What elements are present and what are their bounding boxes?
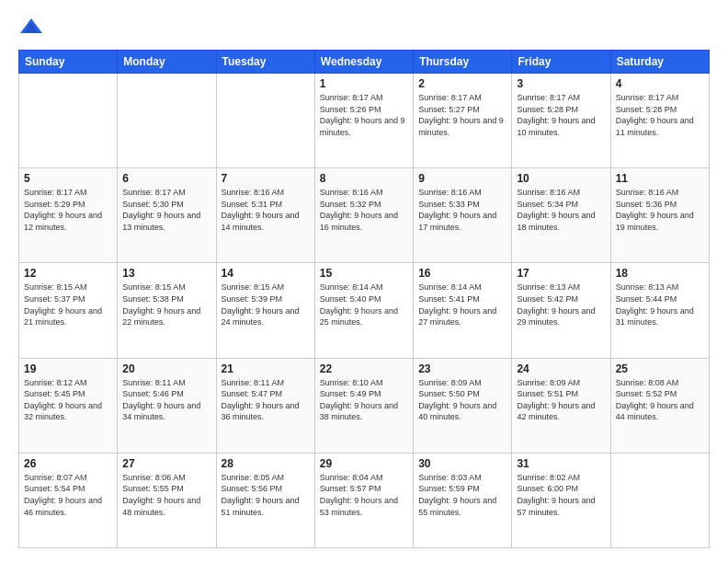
day-number: 7 bbox=[222, 172, 310, 185]
cell-info: Sunrise: 8:13 AM Sunset: 5:42 PM Dayligh… bbox=[517, 282, 605, 327]
calendar-week-1: 1Sunrise: 8:17 AM Sunset: 5:26 PM Daylig… bbox=[19, 74, 710, 168]
cell-info: Sunrise: 8:16 AM Sunset: 5:34 PM Dayligh… bbox=[517, 187, 605, 233]
day-number: 24 bbox=[517, 362, 605, 375]
logo-icon bbox=[18, 15, 44, 40]
day-number: 3 bbox=[517, 77, 605, 90]
cell-info: Sunrise: 8:06 AM Sunset: 5:55 PM Dayligh… bbox=[122, 472, 210, 518]
weekday-header-sunday: Sunday bbox=[19, 51, 118, 74]
day-number: 9 bbox=[418, 172, 506, 185]
calendar-cell: 27Sunrise: 8:06 AM Sunset: 5:55 PM Dayli… bbox=[118, 453, 216, 547]
weekday-header-monday: Monday bbox=[118, 51, 216, 74]
day-number: 15 bbox=[320, 267, 408, 280]
weekday-header-thursday: Thursday bbox=[414, 51, 512, 74]
day-number: 21 bbox=[222, 362, 310, 375]
calendar-cell: 24Sunrise: 8:09 AM Sunset: 5:51 PM Dayli… bbox=[512, 358, 610, 453]
cell-info: Sunrise: 8:17 AM Sunset: 5:30 PM Dayligh… bbox=[122, 187, 210, 233]
day-number: 22 bbox=[320, 362, 408, 375]
cell-info: Sunrise: 8:17 AM Sunset: 5:28 PM Dayligh… bbox=[517, 92, 605, 138]
day-number: 1 bbox=[320, 77, 408, 90]
cell-info: Sunrise: 8:04 AM Sunset: 5:57 PM Dayligh… bbox=[320, 472, 408, 518]
cell-info: Sunrise: 8:05 AM Sunset: 5:56 PM Dayligh… bbox=[222, 472, 310, 518]
cell-info: Sunrise: 8:11 AM Sunset: 5:46 PM Dayligh… bbox=[122, 377, 210, 423]
calendar-cell: 9Sunrise: 8:16 AM Sunset: 5:33 PM Daylig… bbox=[414, 168, 512, 263]
logo bbox=[18, 15, 48, 40]
calendar-cell bbox=[610, 453, 709, 547]
calendar-cell bbox=[118, 74, 216, 168]
cell-info: Sunrise: 8:17 AM Sunset: 5:28 PM Dayligh… bbox=[616, 92, 704, 138]
cell-info: Sunrise: 8:15 AM Sunset: 5:37 PM Dayligh… bbox=[24, 282, 112, 327]
day-number: 14 bbox=[222, 267, 310, 280]
day-number: 10 bbox=[517, 172, 605, 185]
cell-info: Sunrise: 8:15 AM Sunset: 5:39 PM Dayligh… bbox=[222, 282, 310, 327]
calendar-cell: 13Sunrise: 8:15 AM Sunset: 5:38 PM Dayli… bbox=[118, 263, 216, 358]
calendar-cell: 11Sunrise: 8:16 AM Sunset: 5:36 PM Dayli… bbox=[610, 168, 709, 263]
cell-info: Sunrise: 8:02 AM Sunset: 6:00 PM Dayligh… bbox=[517, 472, 605, 518]
day-number: 20 bbox=[122, 362, 210, 375]
calendar-cell: 28Sunrise: 8:05 AM Sunset: 5:56 PM Dayli… bbox=[216, 453, 314, 547]
day-number: 5 bbox=[24, 172, 112, 185]
calendar-cell: 3Sunrise: 8:17 AM Sunset: 5:28 PM Daylig… bbox=[512, 74, 610, 168]
day-number: 30 bbox=[418, 457, 506, 470]
weekday-header-saturday: Saturday bbox=[610, 51, 709, 74]
cell-info: Sunrise: 8:17 AM Sunset: 5:27 PM Dayligh… bbox=[418, 92, 506, 138]
calendar-cell bbox=[216, 74, 314, 168]
day-number: 2 bbox=[418, 77, 506, 90]
cell-info: Sunrise: 8:09 AM Sunset: 5:51 PM Dayligh… bbox=[517, 377, 605, 423]
day-number: 17 bbox=[517, 267, 605, 280]
cell-info: Sunrise: 8:12 AM Sunset: 5:45 PM Dayligh… bbox=[24, 377, 112, 423]
cell-info: Sunrise: 8:16 AM Sunset: 5:32 PM Dayligh… bbox=[320, 187, 408, 233]
day-number: 31 bbox=[517, 457, 605, 470]
calendar-cell: 14Sunrise: 8:15 AM Sunset: 5:39 PM Dayli… bbox=[216, 263, 314, 358]
day-number: 25 bbox=[616, 362, 704, 375]
calendar-cell: 5Sunrise: 8:17 AM Sunset: 5:29 PM Daylig… bbox=[19, 168, 118, 263]
cell-info: Sunrise: 8:11 AM Sunset: 5:47 PM Dayligh… bbox=[222, 377, 310, 423]
day-number: 23 bbox=[418, 362, 506, 375]
day-number: 28 bbox=[222, 457, 310, 470]
calendar-cell: 25Sunrise: 8:08 AM Sunset: 5:52 PM Dayli… bbox=[610, 358, 709, 453]
cell-info: Sunrise: 8:16 AM Sunset: 5:33 PM Dayligh… bbox=[418, 187, 506, 233]
calendar-cell: 1Sunrise: 8:17 AM Sunset: 5:26 PM Daylig… bbox=[314, 74, 413, 168]
day-number: 4 bbox=[616, 77, 704, 90]
calendar-cell: 8Sunrise: 8:16 AM Sunset: 5:32 PM Daylig… bbox=[314, 168, 413, 263]
day-number: 11 bbox=[616, 172, 704, 185]
calendar-cell: 12Sunrise: 8:15 AM Sunset: 5:37 PM Dayli… bbox=[19, 263, 118, 358]
cell-info: Sunrise: 8:15 AM Sunset: 5:38 PM Dayligh… bbox=[122, 282, 210, 327]
calendar-cell: 30Sunrise: 8:03 AM Sunset: 5:59 PM Dayli… bbox=[414, 453, 512, 547]
cell-info: Sunrise: 8:14 AM Sunset: 5:40 PM Dayligh… bbox=[320, 282, 408, 327]
calendar-cell: 7Sunrise: 8:16 AM Sunset: 5:31 PM Daylig… bbox=[216, 168, 314, 263]
day-number: 13 bbox=[122, 267, 210, 280]
calendar-cell: 17Sunrise: 8:13 AM Sunset: 5:42 PM Dayli… bbox=[512, 263, 610, 358]
day-number: 8 bbox=[320, 172, 408, 185]
calendar-cell: 31Sunrise: 8:02 AM Sunset: 6:00 PM Dayli… bbox=[512, 453, 610, 547]
cell-info: Sunrise: 8:10 AM Sunset: 5:49 PM Dayligh… bbox=[320, 377, 408, 423]
calendar-cell: 19Sunrise: 8:12 AM Sunset: 5:45 PM Dayli… bbox=[19, 358, 118, 453]
weekday-header-wednesday: Wednesday bbox=[314, 51, 413, 74]
cell-info: Sunrise: 8:16 AM Sunset: 5:36 PM Dayligh… bbox=[616, 187, 704, 233]
cell-info: Sunrise: 8:09 AM Sunset: 5:50 PM Dayligh… bbox=[418, 377, 506, 423]
day-number: 18 bbox=[616, 267, 704, 280]
calendar-cell: 15Sunrise: 8:14 AM Sunset: 5:40 PM Dayli… bbox=[314, 263, 413, 358]
calendar-cell: 18Sunrise: 8:13 AM Sunset: 5:44 PM Dayli… bbox=[610, 263, 709, 358]
header bbox=[18, 15, 710, 40]
cell-info: Sunrise: 8:08 AM Sunset: 5:52 PM Dayligh… bbox=[616, 377, 704, 423]
calendar-week-5: 26Sunrise: 8:07 AM Sunset: 5:54 PM Dayli… bbox=[19, 453, 710, 547]
weekday-header-row: SundayMondayTuesdayWednesdayThursdayFrid… bbox=[19, 51, 710, 74]
day-number: 29 bbox=[320, 457, 408, 470]
calendar-table: SundayMondayTuesdayWednesdayThursdayFrid… bbox=[18, 50, 710, 548]
weekday-header-friday: Friday bbox=[512, 51, 610, 74]
day-number: 26 bbox=[24, 457, 112, 470]
cell-info: Sunrise: 8:07 AM Sunset: 5:54 PM Dayligh… bbox=[24, 472, 112, 518]
cell-info: Sunrise: 8:17 AM Sunset: 5:29 PM Dayligh… bbox=[24, 187, 112, 233]
day-number: 19 bbox=[24, 362, 112, 375]
calendar-cell: 22Sunrise: 8:10 AM Sunset: 5:49 PM Dayli… bbox=[314, 358, 413, 453]
calendar-cell: 16Sunrise: 8:14 AM Sunset: 5:41 PM Dayli… bbox=[414, 263, 512, 358]
day-number: 16 bbox=[418, 267, 506, 280]
calendar-cell: 20Sunrise: 8:11 AM Sunset: 5:46 PM Dayli… bbox=[118, 358, 216, 453]
page: SundayMondayTuesdayWednesdayThursdayFrid… bbox=[0, 0, 728, 563]
calendar-cell: 4Sunrise: 8:17 AM Sunset: 5:28 PM Daylig… bbox=[610, 74, 709, 168]
day-number: 27 bbox=[122, 457, 210, 470]
calendar-cell: 2Sunrise: 8:17 AM Sunset: 5:27 PM Daylig… bbox=[414, 74, 512, 168]
day-number: 12 bbox=[24, 267, 112, 280]
cell-info: Sunrise: 8:16 AM Sunset: 5:31 PM Dayligh… bbox=[222, 187, 310, 233]
calendar-cell: 26Sunrise: 8:07 AM Sunset: 5:54 PM Dayli… bbox=[19, 453, 118, 547]
